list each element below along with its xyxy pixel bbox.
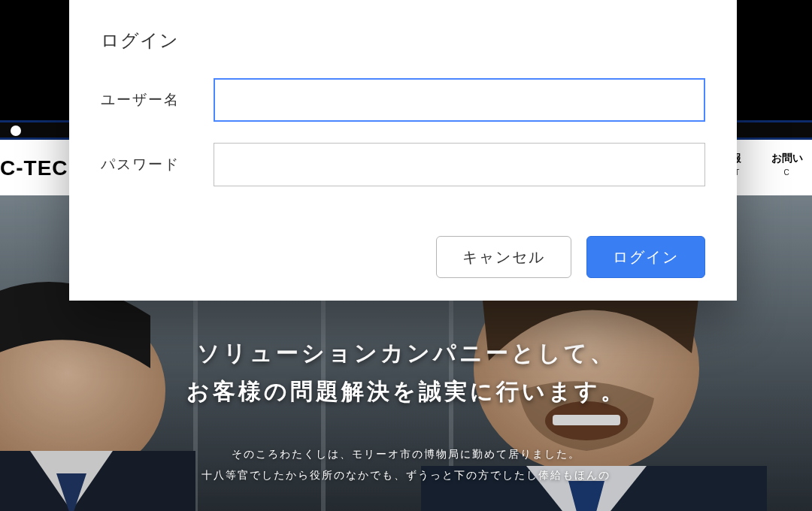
login-button[interactable]: ログイン	[586, 236, 705, 278]
password-row: パスワード	[101, 143, 705, 186]
hero-subtext: そのころわたくしは、モリーオ市の博物局に勤めて居りました。 十八等官でしたから役…	[0, 443, 812, 485]
dialog-button-row: キャンセル ログイン	[436, 236, 705, 278]
site-logo[interactable]: C-TEC	[0, 156, 68, 180]
username-input[interactable]	[214, 78, 705, 122]
nav-item-jp: お問い	[771, 152, 803, 165]
carousel-dot-icon	[11, 125, 21, 136]
cancel-button[interactable]: キャンセル	[436, 236, 571, 278]
hero-line-1: ソリューションカンパニーとして、	[0, 338, 812, 369]
nav-right-group: 報 IT お問い C	[731, 152, 803, 177]
hero-line-2: お客様の問題解決を誠実に行います。	[0, 376, 812, 407]
hero-headline: ソリューションカンパニーとして、 お客様の問題解決を誠実に行います。	[0, 331, 812, 415]
hero-sub-1: そのころわたくしは、モリーオ市の博物局に勤めて居りました。	[0, 443, 812, 464]
dialog-title: ログイン	[101, 29, 705, 53]
password-input[interactable]	[214, 143, 705, 186]
password-label: パスワード	[101, 155, 214, 174]
username-label: ユーザー名	[101, 90, 214, 110]
nav-item[interactable]: お問い C	[771, 152, 803, 177]
hero-sub-2: 十八等官でしたから役所のなかでも、ずうっと下の方でしたし俸給もほんの	[0, 464, 812, 485]
nav-item-en: C	[771, 168, 803, 177]
username-row: ユーザー名	[101, 78, 705, 122]
login-dialog: ログイン ユーザー名 パスワード キャンセル ログイン	[69, 0, 737, 301]
